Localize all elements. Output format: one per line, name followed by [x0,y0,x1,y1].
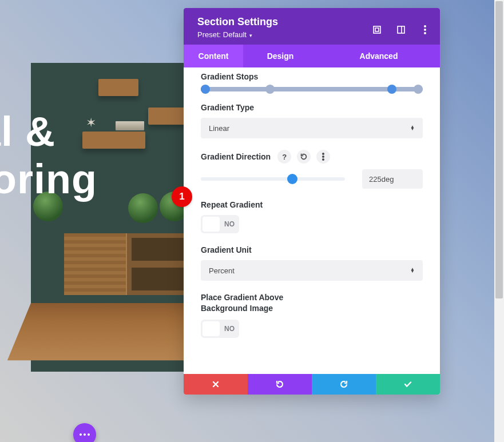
select-value: Linear [209,124,229,133]
undo-button[interactable] [248,374,312,395]
redo-button[interactable] [312,374,376,395]
svg-point-7 [322,158,324,161]
toggle-knob [203,321,220,336]
gradient-direction-input[interactable] [362,169,423,189]
panel-body: Gradient Stops Gradient Type Linear ▲▼ G… [184,67,440,374]
scrollbar-thumb[interactable] [495,1,503,298]
gradient-unit-label: Gradient Unit [201,245,423,254]
panel-header-actions [371,24,431,35]
section-settings-panel: Section Settings Preset: Default ▾ Conte… [184,8,440,395]
gradient-stops-track[interactable] [201,87,423,91]
open-shelf [127,233,189,295]
svg-point-6 [322,156,324,158]
cancel-button[interactable] [184,374,248,395]
svg-point-5 [322,153,324,155]
tab-design[interactable]: Design [243,45,318,67]
slider-thumb[interactable] [287,174,297,184]
panel-header: Section Settings Preset: Default ▾ [184,8,440,45]
help-icon[interactable]: ? [277,150,291,164]
shelf [82,132,145,149]
expand-icon[interactable] [371,24,383,35]
options-icon[interactable] [316,150,330,164]
select-caret-icon: ▲▼ [410,268,415,273]
select-caret-icon: ▲▼ [410,126,415,130]
shelf [98,79,138,96]
window-scrollbar[interactable] [494,0,504,442]
annotation-badge-1: 1 [172,186,192,207]
select-value: Percent [209,266,235,275]
gradient-type-label: Gradient Type [201,103,423,112]
toggle-knob [203,217,220,232]
repeat-gradient-toggle[interactable]: NO [201,215,239,233]
kebab-menu-icon[interactable] [419,24,431,35]
gradient-direction-label: Gradient Direction ? [201,150,423,164]
gradient-stop[interactable] [387,85,396,94]
plant [128,193,158,223]
gradient-direction-slider[interactable] [201,177,345,181]
toggle-state: NO [224,220,235,228]
drawers [64,233,126,295]
svg-point-3 [424,29,426,31]
floor [7,303,212,360]
preset-label: Preset: Default [197,30,247,39]
save-button[interactable] [376,374,440,395]
repeat-gradient-label: Repeat Gradient [201,200,423,209]
gradient-stop[interactable] [265,85,275,94]
page-actions-fab[interactable] [73,423,96,442]
cabinet [64,233,189,295]
toggle-state: NO [224,325,235,333]
gradient-type-select[interactable]: Linear ▲▼ [201,118,423,138]
gradient-stop[interactable] [201,85,210,94]
svg-point-2 [424,25,426,27]
gradient-stop[interactable] [414,85,423,94]
panel-footer [184,374,440,395]
place-above-toggle[interactable]: NO [201,320,239,338]
hero-photo: ✶ [31,63,189,372]
svg-point-4 [424,32,426,34]
svg-rect-0 [374,26,380,33]
caret-down-icon: ▾ [248,33,252,38]
svg-rect-1 [398,26,404,33]
tab-advanced[interactable]: Advanced [318,45,440,67]
plant [33,192,63,221]
books [116,121,144,130]
gradient-stops-label: Gradient Stops [201,72,423,81]
place-above-label: Place Gradient Above Background Image [201,292,423,314]
gradient-unit-select[interactable]: Percent ▲▼ [201,260,423,281]
tab-content[interactable]: Content [184,45,243,67]
panel-tabs: Content Design Advanced [184,45,440,67]
star-ornament-icon: ✶ [86,116,96,130]
reset-icon[interactable] [297,150,311,164]
snap-panel-icon[interactable] [395,24,407,35]
